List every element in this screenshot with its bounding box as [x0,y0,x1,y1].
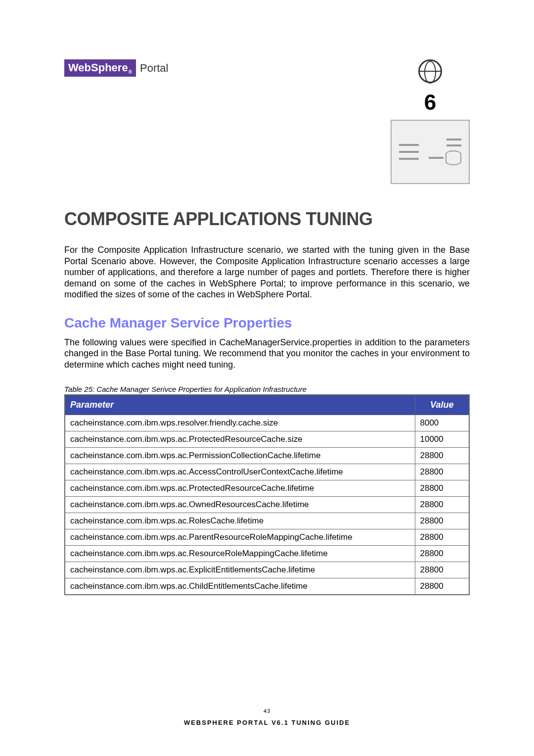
section-paragraph: The following values were specified in C… [64,337,470,371]
table-header-parameter: Parameter [65,395,415,415]
table-header-value: Value [415,395,469,415]
table-row: cacheinstance.com.ibm.wps.resolver.frien… [65,415,469,431]
table-cell-value: 28800 [415,513,469,529]
table-cell-parameter: cacheinstance.com.ibm.wps.ac.AccessContr… [65,464,415,480]
page-header: WebSphere® Portal 6 [64,59,470,184]
page-title: COMPOSITE APPLICATIONS TUNING [64,209,470,230]
table-cell-value: 28800 [415,578,469,595]
table-cell-parameter: cacheinstance.com.ibm.wps.ac.ParentResou… [65,529,415,546]
chapter-number: 6 [391,90,470,115]
table-cell-parameter: cacheinstance.com.ibm.wps.ac.ExplicitEnt… [65,562,415,578]
table-cell-value: 28800 [415,448,469,464]
table-cell-value: 8000 [415,415,469,431]
table-row: cacheinstance.com.ibm.wps.ac.ParentResou… [65,529,469,546]
table-row: cacheinstance.com.ibm.wps.ac.OwnedResour… [65,497,469,513]
table-header-row: Parameter Value [65,395,469,415]
table-cell-parameter: cacheinstance.com.ibm.wps.ac.PermissionC… [65,448,415,464]
table-row: cacheinstance.com.ibm.wps.ac.ProtectedRe… [65,431,469,448]
table-cell-value: 28800 [415,464,469,480]
properties-table: Parameter Value cacheinstance.com.ibm.wp… [64,394,470,595]
table-row: cacheinstance.com.ibm.wps.ac.ResourceRol… [65,546,469,562]
footer-doc-title: WEBSPHERE PORTAL V6.1 TUNING GUIDE [0,719,534,726]
brand-portal-label: Portal [136,60,172,77]
table-cell-parameter: cacheinstance.com.ibm.wps.ac.ResourceRol… [65,546,415,562]
table-row: cacheinstance.com.ibm.wps.ac.ProtectedRe… [65,480,469,497]
table-row: cacheinstance.com.ibm.wps.ac.RolesCache.… [65,513,469,529]
chapter-box: 6 [391,59,470,184]
table-caption: Table 25: Cache Manager Serivce Properti… [64,385,470,393]
table-cell-parameter: cacheinstance.com.ibm.wps.ac.ChildEntitl… [65,578,415,595]
table-cell-value: 10000 [415,431,469,448]
table-row: cacheinstance.com.ibm.wps.ac.AccessContr… [65,464,469,480]
table-cell-value: 28800 [415,497,469,513]
table-cell-parameter: cacheinstance.com.ibm.wps.ac.RolesCache.… [65,513,415,529]
table-cell-parameter: cacheinstance.com.ibm.wps.resolver.frien… [65,415,415,431]
section-heading: Cache Manager Service Properties [64,315,470,331]
table-cell-value: 28800 [415,562,469,578]
brand-websphere-label: WebSphere® [64,59,136,77]
table-cell-parameter: cacheinstance.com.ibm.wps.ac.ProtectedRe… [65,431,415,448]
globe-icon [418,59,442,83]
table-row: cacheinstance.com.ibm.wps.ac.ExplicitEnt… [65,562,469,578]
page-number: 43 [0,708,534,714]
chapter-illustration [391,120,470,184]
table-cell-value: 28800 [415,546,469,562]
table-cell-value: 28800 [415,480,469,497]
brand-badge: WebSphere® Portal [64,59,172,77]
intro-paragraph: For the Composite Application Infrastruc… [64,244,470,300]
table-cell-value: 28800 [415,529,469,546]
page-footer: 43 WEBSPHERE PORTAL V6.1 TUNING GUIDE [0,708,534,726]
table-cell-parameter: cacheinstance.com.ibm.wps.ac.OwnedResour… [65,497,415,513]
table-row: cacheinstance.com.ibm.wps.ac.ChildEntitl… [65,578,469,595]
table-row: cacheinstance.com.ibm.wps.ac.PermissionC… [65,448,469,464]
table-cell-parameter: cacheinstance.com.ibm.wps.ac.ProtectedRe… [65,480,415,497]
